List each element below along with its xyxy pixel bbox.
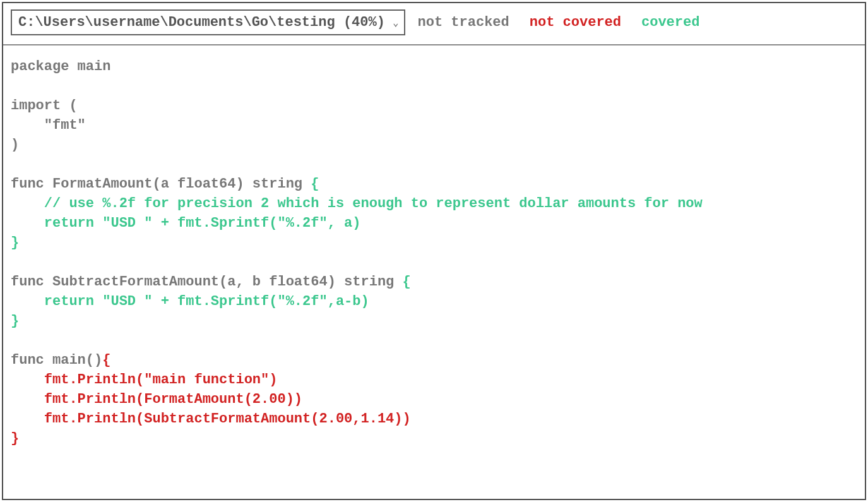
code-brace: {	[102, 352, 110, 368]
code-line: func FormatAmount(a float64) string	[11, 176, 311, 192]
code-line: func SubtractFormatAmount(a, b float64) …	[11, 274, 403, 290]
code-line: )	[11, 137, 19, 153]
chevron-down-icon: ⌄	[393, 16, 399, 29]
file-path-selector[interactable]: C:\Users\username\Documents\Go\testing (…	[11, 9, 405, 35]
legend-covered: covered	[641, 15, 699, 30]
code-line: return "USD " + fmt.Sprintf("%.2f", a)	[11, 215, 361, 231]
toolbar: C:\Users\username\Documents\Go\testing (…	[3, 3, 865, 45]
code-line: }	[11, 313, 19, 329]
legend-not-covered: not covered	[530, 15, 621, 30]
code-brace: {	[403, 274, 411, 290]
code-line: fmt.Println(FormatAmount(2.00))	[11, 391, 302, 407]
legend-not-tracked: not tracked	[418, 15, 509, 30]
code-line: "fmt"	[11, 117, 86, 133]
code-line: return "USD " + fmt.Sprintf("%.2f",a-b)	[11, 294, 369, 309]
coverage-viewer-frame: C:\Users\username\Documents\Go\testing (…	[2, 2, 866, 500]
code-line: fmt.Println("main function")	[11, 372, 277, 388]
code-line: }	[11, 431, 19, 446]
code-line: }	[11, 235, 19, 251]
file-path-text: C:\Users\username\Documents\Go\testing (…	[18, 15, 385, 30]
coverage-legend: not tracked not covered covered	[418, 15, 700, 30]
code-brace: {	[311, 176, 319, 192]
code-line: // use %.2f for precision 2 which is eno…	[11, 196, 703, 212]
code-line: fmt.Println(SubtractFormatAmount(2.00,1.…	[11, 411, 411, 427]
code-line: func main()	[11, 352, 102, 368]
source-code-area[interactable]: package main import ( "fmt" ) func Forma…	[3, 45, 865, 499]
code-line: import (	[11, 98, 78, 114]
code-line: package main	[11, 59, 110, 75]
